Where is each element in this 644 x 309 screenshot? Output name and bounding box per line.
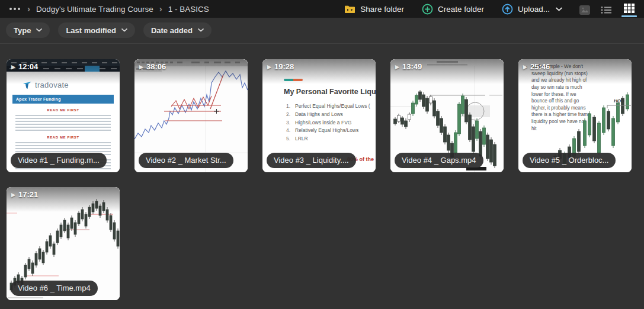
play-icon: ▶ (11, 64, 15, 70)
list-view-icon[interactable] (600, 3, 612, 15)
create-folder-icon (422, 4, 433, 15)
breadcrumb-folder[interactable]: Dodgy's Ultimate Trading Course (36, 5, 153, 14)
top-bar: › Dodgy's Ultimate Trading Course › 1 - … (0, 0, 644, 18)
video-card-5[interactable]: • Bad example - We don't sweep liquidity… (518, 59, 632, 172)
video-title: Video #5 _ Orderbloc... (523, 153, 616, 168)
upload-button[interactable]: Upload... (502, 4, 562, 15)
more-options-icon[interactable] (8, 5, 21, 12)
play-icon: ▶ (523, 64, 527, 70)
breadcrumb-current: 1 - BASICS (168, 5, 209, 14)
play-icon: ▶ (11, 192, 15, 198)
video-card-2[interactable]: ▶ 38:06 Video #2 _ Market Str... (134, 59, 248, 172)
share-folder-label: Share folder (360, 5, 404, 14)
video-card-6[interactable]: ▶ 17:21 Video #6 _ Time.mp4 (7, 187, 120, 300)
play-icon: ▶ (267, 64, 271, 70)
active-view-indicator (621, 15, 637, 17)
video-duration: ▶ 12:04 (11, 62, 38, 71)
video-duration: ▶ 38:06 (139, 62, 166, 71)
filter-date-added[interactable]: Date added (143, 22, 212, 38)
upload-label: Upload... (518, 5, 550, 14)
video-card-1[interactable]: tradovate Apex Trader Funding READ ME FI… (7, 59, 120, 172)
filter-bar: Type Last modified Date added (0, 18, 644, 43)
hod-label: HOD (614, 98, 624, 104)
video-title: Video #2 _ Market Str... (139, 153, 233, 168)
banner-title: Apex Trader Funding (12, 95, 114, 104)
slide-list: 1.Perfect Equal Highs/Equal Lows ( 2.Dat… (286, 102, 376, 143)
chevron-down-icon (198, 28, 204, 32)
filter-type[interactable]: Type (6, 22, 50, 38)
file-grid: tradovate Apex Trader Funding READ ME FI… (0, 43, 644, 300)
video-duration: ▶ 25:46 (523, 62, 550, 71)
play-icon: ▶ (395, 64, 399, 70)
upload-chevron-down-icon[interactable] (556, 7, 562, 11)
view-switcher (579, 1, 637, 17)
video-card-3[interactable]: My Personal Favorite Liquidi 1.Perfect E… (262, 59, 376, 172)
video-duration: ▶ 13:49 (395, 62, 422, 71)
chevron-right-icon: › (27, 4, 30, 14)
video-title: Video #3 _ Liquidity.... (267, 153, 356, 168)
video-duration: ▶ 19:28 (267, 62, 294, 71)
video-title: Video #1 _ Funding.m... (11, 153, 107, 168)
image-view-icon[interactable] (579, 2, 591, 15)
slide-heading: My Personal Favorite Liquidi (284, 88, 376, 96)
video-title: Video #6 _ Time.mp4 (11, 281, 98, 296)
chevron-right-icon: › (159, 4, 162, 14)
share-folder-button[interactable]: Share folder (344, 5, 404, 14)
share-folder-icon (344, 5, 355, 14)
chevron-down-icon (121, 28, 127, 32)
tradovate-logo-icon (23, 81, 32, 89)
video-title: Video #4 _ Gaps.mp4 (395, 153, 483, 168)
breadcrumb: › Dodgy's Ultimate Trading Course › 1 - … (8, 4, 344, 14)
video-duration: ▶ 17:21 (11, 190, 38, 199)
video-card-4[interactable]: ▶ 13:49 Video #4 _ Gaps.mp4 (390, 59, 504, 172)
chevron-down-icon (36, 28, 42, 32)
create-folder-button[interactable]: Create folder (422, 4, 484, 15)
toolbar-actions: Share folder Create folder Upload... (344, 4, 562, 15)
slide-accent-bar (284, 79, 303, 81)
filter-last-modified[interactable]: Last modified (58, 22, 135, 38)
grid-view-icon[interactable] (621, 1, 637, 17)
upload-icon (502, 4, 513, 15)
create-folder-label: Create folder (438, 5, 484, 14)
play-icon: ▶ (139, 64, 143, 70)
